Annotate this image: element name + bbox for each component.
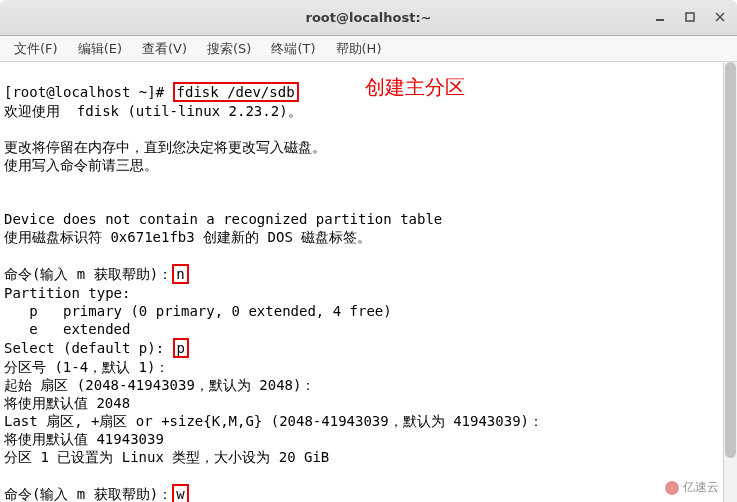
terminal-line: e extended: [4, 321, 130, 337]
terminal-content[interactable]: [root@localhost ~]# fdisk /dev/sdb 欢迎使用 …: [0, 62, 737, 502]
terminal-line: 将使用默认值 2048: [4, 395, 130, 411]
shell-prompt: [root@localhost ~]#: [4, 84, 173, 100]
terminal-line: p primary (0 primary, 0 extended, 4 free…: [4, 303, 392, 319]
terminal-line: Select (default p):: [4, 340, 173, 356]
terminal-line: 起始 扇区 (2048-41943039，默认为 2048)：: [4, 377, 315, 393]
terminal-line: 将使用默认值 41943039: [4, 431, 164, 447]
scrollbar-thumb[interactable]: [725, 62, 736, 458]
menu-search[interactable]: 搜索(S): [197, 37, 261, 61]
terminal-line: 使用写入命令前请三思。: [4, 157, 158, 173]
menu-help[interactable]: 帮助(H): [326, 37, 392, 61]
highlight-fdisk-cmd: fdisk /dev/sdb: [173, 82, 299, 102]
terminal-line: Last 扇区, +扇区 or +size{K,M,G} (2048-41943…: [4, 413, 543, 429]
window-titlebar: root@localhost:~: [0, 0, 737, 36]
terminal-line: Device does not contain a recognized par…: [4, 211, 442, 227]
watermark-text: 亿速云: [683, 479, 719, 496]
window-controls: [649, 6, 731, 28]
maximize-button[interactable]: [679, 6, 701, 28]
menu-view[interactable]: 查看(V): [132, 37, 197, 61]
menu-edit[interactable]: 编辑(E): [68, 37, 132, 61]
terminal-line: 欢迎使用 fdisk (util-linux 2.23.2)。: [4, 103, 302, 119]
watermark-icon: [665, 481, 679, 495]
highlight-input-p: p: [173, 338, 189, 358]
terminal-line: 命令(输入 m 获取帮助)：: [4, 266, 172, 282]
vertical-scrollbar[interactable]: [723, 62, 737, 502]
menu-terminal[interactable]: 终端(T): [261, 37, 325, 61]
close-button[interactable]: [709, 6, 731, 28]
highlight-input-n: n: [172, 264, 188, 284]
watermark: 亿速云: [665, 479, 719, 496]
annotation-create-primary: 创建主分区: [365, 78, 465, 96]
window-title: root@localhost:~: [0, 10, 737, 25]
highlight-input-w: w: [172, 484, 188, 502]
terminal-line: 更改将停留在内存中，直到您决定将更改写入磁盘。: [4, 139, 326, 155]
terminal-line: 分区 1 已设置为 Linux 类型，大小设为 20 GiB: [4, 449, 329, 465]
terminal-line: 命令(输入 m 获取帮助)：: [4, 486, 172, 502]
terminal-line: 使用磁盘标识符 0x671e1fb3 创建新的 DOS 磁盘标签。: [4, 229, 371, 245]
svg-rect-1: [686, 13, 694, 21]
menubar: 文件(F) 编辑(E) 查看(V) 搜索(S) 终端(T) 帮助(H): [0, 36, 737, 62]
terminal-line: 分区号 (1-4，默认 1)：: [4, 359, 169, 375]
terminal-line: Partition type:: [4, 285, 130, 301]
menu-file[interactable]: 文件(F): [4, 37, 68, 61]
minimize-button[interactable]: [649, 6, 671, 28]
